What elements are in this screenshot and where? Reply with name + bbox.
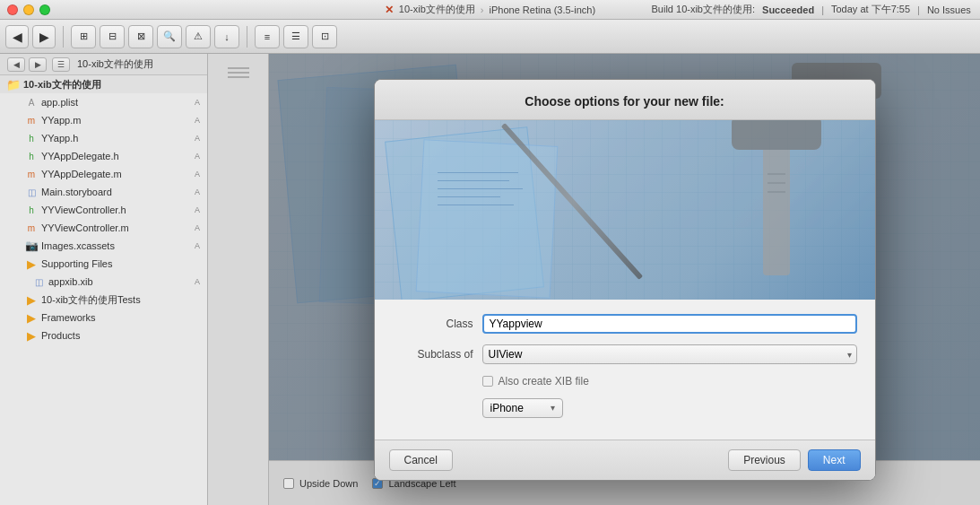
badge-yyapph: A: [195, 134, 200, 143]
close-button[interactable]: [7, 4, 18, 15]
toolbar-btn-7[interactable]: ≡: [255, 25, 280, 48]
build-time: Today at 下午7:55: [831, 3, 910, 16]
toolbar-btn-9[interactable]: ⊡: [312, 25, 337, 48]
modal-overlay: Choose options for your new file:: [269, 54, 980, 505]
sidebar-item-products[interactable]: ▶ Products: [0, 327, 207, 344]
sidebar-label-appplist: app.plist: [41, 97, 195, 108]
sidebar-item-project[interactable]: 📁 10-xib文件的使用: [0, 75, 207, 93]
badge-appplist: A: [195, 98, 200, 107]
previous-button[interactable]: Previous: [728, 449, 801, 471]
modal-footer: Cancel Previous Next: [375, 440, 875, 480]
iphone-dropdown-value: iPhone: [490, 402, 524, 414]
subclass-select[interactable]: UIView UIViewController UITableView UITa…: [482, 344, 857, 364]
toolbar-btn-3[interactable]: ⊠: [128, 25, 153, 48]
toolbar-btn-1[interactable]: ⊞: [71, 25, 96, 48]
file-icon-yyappm: m: [25, 114, 38, 126]
file-icon-yyapph: h: [25, 132, 38, 144]
toolbar-btn-5[interactable]: ⚠: [186, 25, 211, 48]
sidebar-label-yyviewcontrollerh: YYViewController.h: [41, 205, 195, 215]
form-row-class: Class: [393, 314, 857, 334]
file-icon-yyviewcontrollerh: h: [25, 204, 38, 216]
form-row-xib: Also create XIB file: [482, 375, 857, 387]
modal-footer-right: Previous Next: [728, 449, 860, 471]
folder-icon-supporting: ▶: [25, 257, 38, 270]
xib-checkbox[interactable]: [482, 376, 493, 387]
sidebar-item-yyviewcontrollerh[interactable]: h YYViewController.h A: [0, 201, 207, 219]
sidebar-label-images: Images.xcassets: [41, 240, 195, 251]
sidebar-item-appplist[interactable]: A app.plist A: [0, 93, 207, 111]
subclass-label: Subclass of: [393, 348, 473, 361]
file-icon-appplist: A: [25, 96, 38, 109]
subclass-select-wrapper: UIView UIViewController UITableView UITa…: [482, 344, 857, 364]
modal-title: Choose options for your new file:: [525, 94, 724, 109]
file-icon-yyappdelegatem: m: [25, 168, 38, 180]
sidebar-label-mainstoryboard: Main.storyboard: [41, 187, 195, 197]
title-separator: ›: [481, 4, 484, 15]
sidebar-item-yyappm[interactable]: m YYapp.m A: [0, 111, 207, 129]
sidebar-nav-forward[interactable]: ▶: [29, 57, 47, 72]
badge-mainstoryboard: A: [195, 187, 200, 196]
sidebar-item-tests[interactable]: ▶ 10-xib文件的使用Tests: [0, 291, 207, 309]
toolbar-btn-4[interactable]: 🔍: [157, 25, 182, 48]
folder-icon-tests: ▶: [25, 293, 38, 306]
sidebar-label-yyapph: YYapp.h: [41, 133, 195, 144]
sidebar: ◀ ▶ ☰ 10-xib文件的使用 📁 10-xib文件的使用 A app.pl…: [0, 54, 208, 505]
project-title: 10-xib文件的使用: [399, 3, 475, 16]
badge-yyviewcontrollerm: A: [195, 223, 200, 232]
toolbar-separator-1: [63, 26, 64, 48]
editor-left-panel: [208, 54, 269, 505]
toolbar-btn-6[interactable]: ↓: [214, 25, 239, 48]
badge-yyviewcontrollerh: A: [195, 205, 200, 214]
project-icon: ✕: [385, 4, 394, 16]
form-row-subclass: Subclass of UIView UIViewController UITa…: [393, 344, 857, 364]
iphone-dropdown-icon: ▾: [551, 403, 555, 413]
sidebar-label-supportingfiles: Supporting Files: [41, 258, 200, 269]
svg-rect-7: [732, 120, 821, 150]
toolbar-btn-2[interactable]: ⊟: [100, 25, 125, 48]
sidebar-label-yyappdelegateh: YYAppDelegate.h: [41, 151, 195, 161]
upside-down-checkbox[interactable]: [283, 478, 294, 489]
sidebar-label-yyappm: YYapp.m: [41, 115, 195, 126]
badge-appxib: A: [195, 277, 200, 286]
minimize-button[interactable]: [23, 4, 34, 15]
toolbar-back-btn[interactable]: ◀: [5, 25, 29, 48]
sidebar-item-yyappdelegatem[interactable]: m YYAppDelegate.m A: [0, 165, 207, 183]
editor-line3: [228, 76, 249, 78]
sidebar-item-yyapph[interactable]: h YYapp.h A: [0, 129, 207, 147]
modal-form: Class Subclass of UIView UIViewControlle…: [375, 300, 875, 440]
sidebar-label-tests: 10-xib文件的使用Tests: [41, 293, 200, 307]
sidebar-item-yyviewcontrollerm[interactable]: m YYViewController.m A: [0, 219, 207, 237]
sidebar-label-yyviewcontrollerm: YYViewController.m: [41, 222, 195, 233]
modal-blueprint-lines: [438, 165, 536, 213]
sidebar-item-supportingfiles[interactable]: ▶ Supporting Files: [0, 255, 207, 273]
maximize-button[interactable]: [39, 4, 50, 15]
sidebar-nav-back[interactable]: ◀: [7, 57, 25, 72]
toolbar-btn-8[interactable]: ☰: [283, 25, 308, 48]
toolbar-forward-btn[interactable]: ▶: [32, 25, 56, 48]
sidebar-label-yyappdelegatem: YYAppDelegate.m: [41, 169, 195, 179]
sidebar-item-yyappdelegateh[interactable]: h YYAppDelegate.h A: [0, 147, 207, 165]
sidebar-item-images[interactable]: 📷 Images.xcassets A: [0, 237, 207, 255]
build-status: Succeeded: [762, 4, 814, 15]
badge-yyappm: A: [195, 116, 200, 125]
next-button[interactable]: Next: [808, 449, 861, 471]
sidebar-label-appxib: appxib.xib: [48, 276, 195, 287]
file-icon-mainstoryboard: ◫: [25, 186, 38, 198]
title-bar: ✕ 10-xib文件的使用 › iPhone Retina (3.5-inch)…: [0, 0, 980, 20]
project-folder-icon: 📁: [7, 78, 20, 91]
sidebar-item-frameworks[interactable]: ▶ Frameworks: [0, 309, 207, 327]
editor-line2: [228, 72, 249, 74]
folder-icon-images: 📷: [25, 239, 38, 252]
file-icon-appxib: ◫: [32, 275, 45, 288]
sidebar-item-mainstoryboard[interactable]: ◫ Main.storyboard A: [0, 183, 207, 201]
main-layout: ◀ ▶ ☰ 10-xib文件的使用 📁 10-xib文件的使用 A app.pl…: [0, 54, 980, 505]
sidebar-item-appxib[interactable]: ◫ appxib.xib A: [0, 273, 207, 291]
sidebar-toggle-btn[interactable]: ☰: [52, 57, 70, 72]
iphone-dropdown[interactable]: iPhone ▾: [482, 398, 563, 418]
form-row-iphone: iPhone ▾: [482, 398, 857, 418]
sidebar-project-name: 10-xib文件的使用: [77, 57, 153, 71]
file-icon-yyviewcontrollerm: m: [25, 222, 38, 234]
title-center: ✕ 10-xib文件的使用 › iPhone Retina (3.5-inch): [385, 3, 595, 16]
cancel-button[interactable]: Cancel: [389, 449, 453, 471]
class-input[interactable]: [482, 314, 857, 334]
